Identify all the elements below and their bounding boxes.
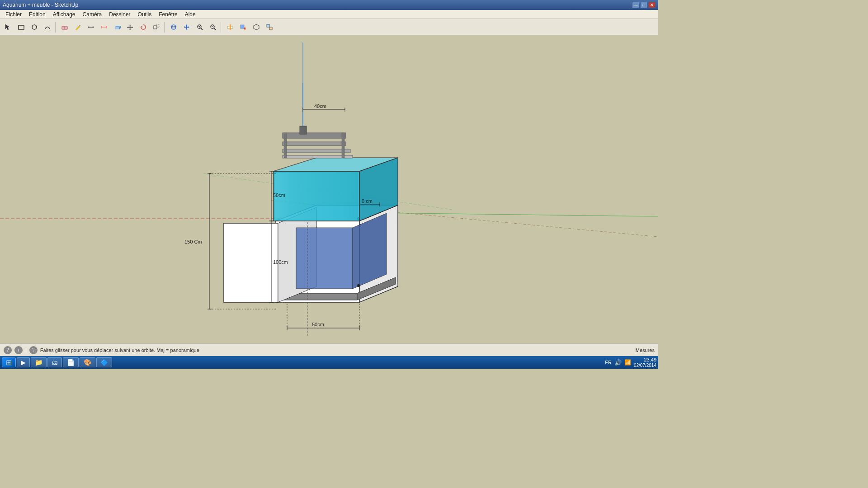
svg-rect-51: [284, 133, 287, 158]
toolbar-sep-2: [164, 22, 166, 33]
taskbar-app-2[interactable]: 📁: [31, 357, 47, 367]
svg-marker-37: [296, 228, 353, 289]
menu-fenetre[interactable]: Fenêtre: [155, 10, 181, 19]
svg-line-16: [214, 28, 216, 30]
svg-point-21: [244, 28, 245, 29]
tool-dimension[interactable]: [98, 21, 110, 33]
svg-rect-23: [269, 27, 272, 30]
tool-rotate[interactable]: [137, 21, 150, 33]
taskbar: ⊞ ▶ 📁 🗂 📄 🎨 🔷 FR 🔊 📶 23:49 02/07/2014: [0, 356, 658, 369]
svg-rect-49: [283, 149, 350, 153]
taskbar-volume-icon[interactable]: 🔊: [614, 359, 622, 366]
taskbar-lang: FR: [605, 360, 612, 365]
status-icon-2[interactable]: i: [14, 346, 23, 354]
svg-point-4: [88, 26, 90, 28]
svg-text:150 Cm: 150 Cm: [184, 239, 202, 244]
svg-text:0 cm: 0 cm: [362, 198, 373, 204]
svg-rect-54: [300, 126, 307, 134]
taskbar-app-1[interactable]: ▶: [17, 357, 30, 367]
status-icon-3: |: [25, 347, 27, 353]
svg-point-40: [357, 284, 360, 287]
svg-text:100cm: 100cm: [273, 259, 288, 265]
menu-aide[interactable]: Aide: [181, 10, 199, 19]
svg-rect-6: [115, 27, 119, 29]
tool-section[interactable]: [224, 21, 236, 33]
tool-zoom-extent[interactable]: [207, 21, 219, 33]
svg-marker-46: [275, 173, 358, 220]
tool-arc[interactable]: [41, 21, 54, 33]
titlebar: Aquarium + meuble - SketchUp — □ ✕: [0, 0, 658, 10]
menu-fichier[interactable]: Fichier: [2, 10, 25, 19]
titlebar-title: Aquarium + meuble - SketchUp: [3, 2, 78, 8]
svg-point-10: [171, 26, 176, 28]
tool-push-pull[interactable]: [111, 21, 123, 33]
titlebar-controls: — □ ✕: [632, 2, 656, 8]
toolbar-sep-1: [55, 22, 57, 33]
svg-rect-0: [19, 25, 24, 29]
maximize-button[interactable]: □: [640, 2, 647, 8]
taskbar-network-icon: 📶: [624, 359, 631, 366]
viewport[interactable]: 40cm 50cm 0 cm 150 Cm 100cm 50cm: [0, 35, 658, 343]
tool-circle[interactable]: [28, 21, 41, 33]
menu-dessiner[interactable]: Dessiner: [105, 10, 134, 19]
start-button[interactable]: ⊞: [2, 357, 16, 367]
taskbar-time: 23:49: [634, 357, 656, 363]
svg-line-12: [201, 28, 203, 30]
model-canvas[interactable]: 40cm 50cm 0 cm 150 Cm 100cm 50cm: [0, 35, 658, 343]
svg-text:50cm: 50cm: [312, 322, 324, 327]
tool-group[interactable]: [263, 21, 276, 33]
svg-rect-47: [283, 133, 346, 138]
taskbar-date: 02/07/2014: [634, 363, 656, 368]
svg-rect-48: [283, 142, 346, 145]
toolbar-sep-3: [221, 22, 222, 33]
status-icon-1[interactable]: ?: [4, 346, 12, 354]
tool-tape[interactable]: [85, 21, 97, 33]
status-help-text: Faites glisser pour vous déplacer suivan…: [40, 347, 199, 353]
svg-rect-52: [342, 133, 344, 158]
svg-rect-20: [241, 25, 244, 28]
svg-point-9: [171, 25, 176, 29]
taskbar-app-3[interactable]: 🗂: [47, 357, 62, 367]
taskbar-right: FR 🔊 📶 23:49 02/07/2014: [605, 357, 656, 368]
measures-label: Mesures: [636, 347, 655, 353]
close-button[interactable]: ✕: [648, 2, 656, 8]
menu-edition[interactable]: Édition: [25, 10, 49, 19]
minimize-button[interactable]: —: [632, 2, 639, 8]
svg-rect-3: [64, 26, 65, 29]
tool-pencil[interactable]: [71, 21, 84, 33]
status-icon-4[interactable]: ?: [29, 346, 38, 354]
tool-orbit[interactable]: [167, 21, 180, 33]
tool-rect[interactable]: [15, 21, 28, 33]
tool-pan[interactable]: [180, 21, 193, 33]
menubar: Fichier Édition Affichage Caméra Dessine…: [0, 10, 658, 19]
tool-move[interactable]: [124, 21, 137, 33]
tool-component[interactable]: [250, 21, 263, 33]
svg-text:50cm: 50cm: [273, 192, 285, 198]
svg-point-1: [32, 25, 37, 29]
tool-scale[interactable]: [150, 21, 163, 33]
taskbar-app-6[interactable]: 🔷: [96, 357, 112, 367]
menu-camera[interactable]: Caméra: [79, 10, 106, 19]
tool-select[interactable]: [2, 21, 14, 33]
svg-rect-22: [267, 24, 269, 27]
status-measures: Mesures: [636, 347, 655, 353]
tool-zoom[interactable]: [193, 21, 206, 33]
svg-marker-35: [224, 223, 278, 302]
taskbar-app-5[interactable]: 🎨: [80, 357, 95, 367]
start-icon: ⊞: [6, 358, 12, 367]
tool-paint[interactable]: [237, 21, 250, 33]
tool-eraser[interactable]: [58, 21, 71, 33]
menu-outils[interactable]: Outils: [134, 10, 156, 19]
taskbar-app-4[interactable]: 📄: [63, 357, 79, 367]
menu-affichage[interactable]: Affichage: [49, 10, 79, 19]
toolbar: [0, 19, 658, 35]
svg-point-5: [93, 26, 94, 28]
svg-text:40cm: 40cm: [314, 103, 326, 109]
statusbar: ? i | ? Faites glisser pour vous déplace…: [0, 343, 658, 356]
